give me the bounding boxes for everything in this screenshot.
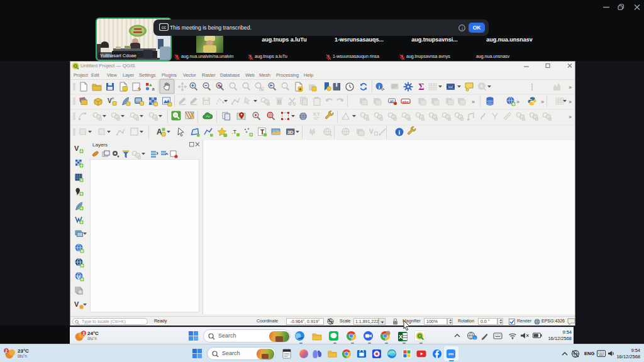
svg-text:V: V xyxy=(369,128,374,135)
svg-text:i: i xyxy=(399,129,401,136)
svg-text:V: V xyxy=(74,300,79,308)
svg-text:.T: .T xyxy=(231,129,237,135)
svg-text:zm: zm xyxy=(448,351,454,356)
svg-text:2: 2 xyxy=(5,349,8,353)
svg-text:3D: 3D xyxy=(287,129,294,135)
svg-text:3: 3 xyxy=(82,331,85,336)
svg-text:cc: cc xyxy=(162,25,167,30)
svg-text:i: i xyxy=(474,336,475,340)
svg-text:A: A xyxy=(157,128,162,136)
svg-text:V: V xyxy=(74,145,79,152)
svg-text:X: X xyxy=(399,334,402,340)
svg-text:V: V xyxy=(77,275,80,280)
